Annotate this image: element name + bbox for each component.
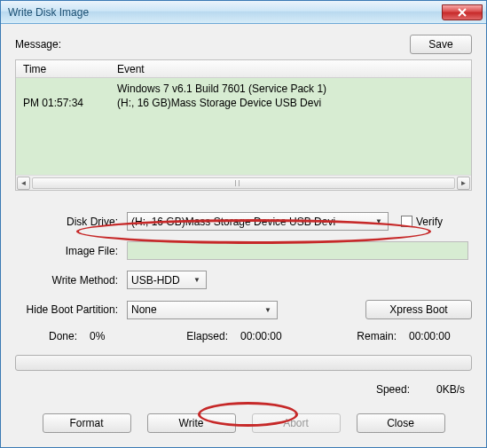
close-button[interactable]: Close: [357, 413, 445, 433]
stats-row: Done: 0% Elapsed: 00:00:00 Remain: 00:00…: [15, 330, 472, 342]
message-list: Time Event Windows 7 v6.1 Build 7601 (Se…: [15, 59, 472, 191]
disk-drive-select[interactable]: (H:, 16 GB)Mass Storage Device USB Devi …: [127, 212, 389, 231]
window: Write Disk Image Message: Save Time Even…: [0, 0, 487, 448]
verify-label: Verify: [416, 216, 443, 228]
verify-wrap: Verify: [401, 216, 443, 228]
progress-bar: [15, 355, 472, 371]
speed-value: 0KB/s: [436, 383, 465, 396]
close-window-button[interactable]: [442, 4, 483, 20]
remain-label: Remain:: [334, 330, 397, 342]
message-list-body: Windows 7 v6.1 Build 7601 (Service Pack …: [16, 78, 471, 175]
hide-boot-select[interactable]: None ▼: [127, 301, 278, 319]
cell-event: Windows 7 v6.1 Build 7601 (Service Pack …: [114, 82, 471, 96]
image-file-input[interactable]: [127, 241, 468, 260]
col-header-time[interactable]: Time: [16, 63, 114, 75]
button-row: Format Write Abort Close: [15, 413, 472, 433]
hide-boot-row: Hide Boot Partition: None ▼ Xpress Boot: [15, 300, 472, 319]
done-value: 0%: [90, 330, 105, 342]
write-method-label: Write Method:: [15, 274, 122, 287]
scroll-thumb[interactable]: [235, 180, 240, 186]
scroll-left-icon[interactable]: ◄: [17, 177, 30, 190]
form: Disk Drive: (H:, 16 GB)Mass Storage Devi…: [15, 212, 472, 319]
chevron-down-icon: ▼: [190, 273, 204, 287]
hide-boot-label: Hide Boot Partition:: [15, 303, 122, 316]
format-button[interactable]: Format: [43, 413, 131, 433]
write-method-select[interactable]: USB-HDD ▼: [127, 271, 207, 289]
write-method-row: Write Method: USB-HDD ▼: [15, 271, 472, 289]
cell-event: (H:, 16 GB)Mass Storage Device USB Devi: [114, 96, 471, 110]
write-button[interactable]: Write: [147, 413, 236, 433]
close-icon: [458, 8, 467, 17]
col-header-event[interactable]: Event: [114, 63, 471, 75]
client-area: Message: Save Time Event Windows 7 v6.1 …: [1, 24, 486, 447]
disk-drive-row: Disk Drive: (H:, 16 GB)Mass Storage Devi…: [15, 212, 472, 231]
chevron-down-icon: ▼: [261, 303, 275, 317]
image-file-label: Image File:: [15, 245, 122, 257]
scroll-track[interactable]: [32, 177, 455, 189]
done-label: Done:: [24, 330, 77, 342]
cell-time: [16, 82, 114, 96]
scroll-right-icon[interactable]: ►: [457, 177, 470, 190]
horizontal-scrollbar[interactable]: ◄ ►: [16, 175, 471, 190]
speed-row: Speed: 0KB/s: [15, 383, 472, 396]
message-header-row: Message: Save: [15, 35, 472, 54]
abort-button: Abort: [252, 413, 341, 433]
cell-time: PM 01:57:34: [16, 96, 114, 110]
message-label: Message:: [15, 38, 61, 51]
image-file-row: Image File:: [15, 241, 472, 260]
table-row[interactable]: PM 01:57:34 (H:, 16 GB)Mass Storage Devi…: [16, 96, 471, 110]
save-button[interactable]: Save: [410, 35, 472, 54]
window-title: Write Disk Image: [8, 6, 89, 19]
disk-drive-value: (H:, 16 GB)Mass Storage Device USB Devi: [131, 216, 335, 228]
remain-value: 00:00:00: [409, 330, 451, 342]
chevron-down-icon: ▼: [372, 215, 386, 228]
speed-label: Speed:: [376, 383, 410, 396]
titlebar: Write Disk Image: [1, 1, 486, 24]
elapsed-value: 00:00:00: [240, 330, 282, 342]
xpress-boot-button[interactable]: Xpress Boot: [365, 300, 472, 319]
message-list-header: Time Event: [16, 60, 471, 78]
disk-drive-label: Disk Drive:: [15, 216, 122, 228]
write-method-value: USB-HDD: [131, 274, 180, 287]
hide-boot-value: None: [131, 303, 157, 316]
elapsed-label: Elapsed:: [166, 330, 228, 342]
verify-checkbox[interactable]: [401, 216, 412, 227]
table-row[interactable]: Windows 7 v6.1 Build 7601 (Service Pack …: [16, 82, 471, 96]
